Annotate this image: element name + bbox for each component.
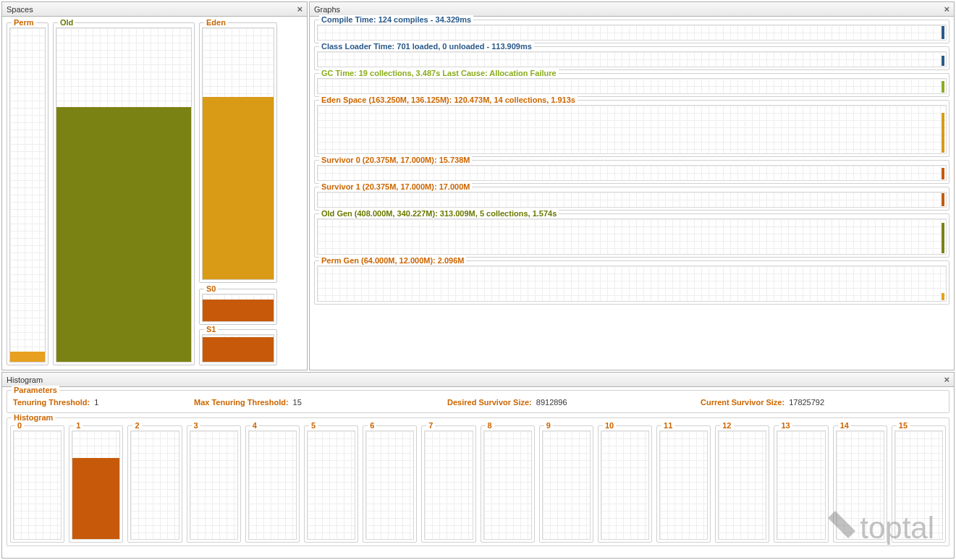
graph-area (317, 78, 947, 94)
close-icon[interactable]: × (944, 4, 949, 14)
graph-area (317, 25, 947, 41)
histogram-bin-label: 15 (897, 421, 910, 430)
graph-area (317, 219, 947, 255)
histogram-bin: 11 (656, 425, 711, 543)
graph-spike (942, 81, 944, 93)
histogram-bin-grid (659, 430, 708, 540)
histogram-bin: 8 (481, 425, 535, 543)
graph-area (317, 266, 947, 302)
histogram-bin: 1 (69, 425, 123, 543)
histogram-bin-label: 3 (192, 421, 200, 430)
histogram-bin-grid (894, 430, 943, 540)
histogram-bin: 12 (715, 425, 769, 543)
space-s0-fill (203, 300, 274, 321)
histogram-body: Parameters Tenuring Threshold: 1 Max Ten… (2, 387, 954, 549)
param-value: 8912896 (536, 398, 567, 407)
histogram-row: 0123456789101112131415 (10, 425, 946, 543)
param-label: Tenuring Threshold: (13, 398, 90, 407)
param-desired-survivor-size: Desired Survivor Size: 8912896 (447, 398, 701, 407)
graph-spike (942, 168, 944, 179)
spaces-panel: Spaces × Perm Old Eden S0 S1 (1, 1, 308, 370)
parameters-box: Parameters Tenuring Threshold: 1 Max Ten… (7, 390, 949, 413)
param-label: Desired Survivor Size: (447, 398, 532, 407)
graphs-body: Compile Time: 124 compiles - 34.329msCla… (310, 17, 954, 310)
histogram-bin: 6 (363, 425, 417, 543)
param-current-survivor-size: Current Survivor Size: 17825792 (701, 398, 943, 407)
histogram-bin-label: 6 (368, 421, 376, 430)
close-icon[interactable]: × (944, 375, 949, 384)
histogram-bin: 9 (539, 425, 593, 543)
param-value: 1 (94, 398, 98, 407)
graph-label: Perm Gen (64.000M, 12.000M): 2.096M (319, 256, 466, 265)
param-max-tenuring-threshold: Max Tenuring Threshold: 15 (194, 398, 447, 407)
space-eden-fill (203, 97, 274, 279)
graph-surv0: Survivor 0 (20.375M, 17.000M): 15.738M (314, 160, 949, 184)
spaces-body: Perm Old Eden S0 S1 (2, 17, 307, 370)
graph-label: GC Time: 19 collections, 3.487s Last Cau… (319, 69, 559, 77)
histogram-bin-label: 8 (486, 421, 494, 430)
histogram-bin-label: 4 (250, 421, 259, 430)
graph-spike (942, 56, 944, 66)
histogram-bin-label: 14 (838, 421, 851, 430)
graphs-panel-title: Graphs (314, 5, 340, 14)
histogram-bin: 7 (421, 425, 475, 543)
close-icon[interactable]: × (297, 4, 303, 14)
graph-label: Eden Space (163.250M, 136.125M): 120.473… (319, 96, 578, 104)
histogram-bin: 4 (245, 425, 300, 543)
space-s1-fill (203, 337, 274, 362)
param-value: 15 (293, 398, 302, 407)
space-s1-label: S1 (204, 325, 218, 334)
graph-label: Survivor 1 (20.375M, 17.000M): 17.000M (319, 182, 472, 191)
histogram-bin-grid (836, 430, 884, 540)
graph-area (317, 105, 947, 154)
param-tenuring-threshold: Tenuring Threshold: 1 (13, 398, 194, 407)
histogram-panel-header: Histogram × (2, 373, 954, 387)
histogram-bin-grid (718, 430, 766, 540)
graph-classload: Class Loader Time: 701 loaded, 0 unloade… (314, 46, 949, 70)
param-label: Max Tenuring Threshold: (194, 398, 289, 407)
histogram-bin-grid (601, 430, 649, 540)
histogram-bin-label: 9 (544, 421, 553, 430)
graph-oldgen: Old Gen (408.000M, 340.227M): 313.009M, … (314, 213, 949, 258)
param-label: Current Survivor Size: (701, 398, 784, 407)
histogram-bin: 3 (187, 425, 241, 543)
histogram-panel-title: Histogram (7, 376, 43, 384)
graph-spike (942, 193, 944, 206)
histogram-bin-grid (130, 430, 179, 540)
graph-gc: GC Time: 19 collections, 3.487s Last Cau… (314, 73, 949, 97)
histogram-bin-grid (777, 430, 825, 540)
space-perm-grid (9, 27, 46, 362)
histogram-bin-grid (190, 430, 238, 540)
histogram-bin-grid (542, 430, 591, 540)
histogram-bin-label: 13 (779, 421, 792, 430)
graph-compile: Compile Time: 124 compiles - 34.329ms (314, 20, 949, 43)
space-old: Old (53, 22, 195, 365)
graph-spike (942, 293, 944, 300)
graph-label: Class Loader Time: 701 loaded, 0 unloade… (319, 42, 534, 51)
graph-label: Old Gen (408.000M, 340.227M): 313.009M, … (319, 209, 559, 218)
space-perm: Perm (7, 22, 48, 365)
histogram-bin-label: 7 (426, 421, 435, 430)
parameters-label: Parameters (12, 386, 59, 394)
graphs-panel-header: Graphs × (310, 2, 954, 17)
histogram-box: Histogram 0123456789101112131415 (7, 417, 949, 546)
space-s0-label: S0 (204, 284, 218, 293)
histogram-bin: 14 (833, 425, 887, 543)
histogram-bin: 10 (598, 425, 652, 543)
histogram-panel: Histogram × Parameters Tenuring Threshol… (1, 372, 955, 559)
space-perm-label: Perm (12, 18, 36, 27)
histogram-bin-grid (424, 430, 473, 540)
histogram-bin-grid (483, 430, 532, 540)
histogram-bin-grid (248, 430, 297, 540)
graph-label: Compile Time: 124 compiles - 34.329ms (319, 15, 473, 24)
histogram-bin-label: 0 (15, 421, 24, 430)
histogram-bin-label: 10 (603, 421, 616, 430)
histogram-bin-label: 12 (720, 421, 733, 430)
histogram-bin-grid (365, 430, 414, 540)
graph-permgen: Perm Gen (64.000M, 12.000M): 2.096M (314, 260, 949, 305)
graph-area (317, 51, 947, 67)
graph-eden: Eden Space (163.250M, 136.125M): 120.473… (314, 100, 949, 157)
space-s0: S0 (199, 289, 277, 325)
histogram-bin-label: 11 (661, 421, 674, 430)
graph-surv1: Survivor 1 (20.375M, 17.000M): 17.000M (314, 187, 949, 211)
